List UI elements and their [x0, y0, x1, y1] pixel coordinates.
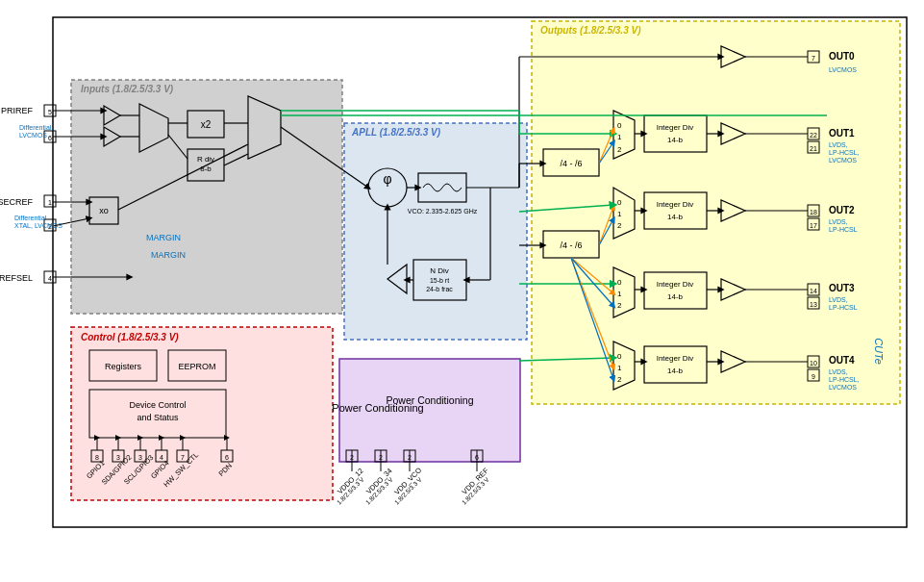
- svg-text:XTAL, LVCMOS: XTAL, LVCMOS: [14, 222, 62, 229]
- svg-text:Integer Div: Integer Div: [657, 280, 694, 289]
- svg-text:7: 7: [812, 55, 815, 62]
- svg-text:/4 - /6: /4 - /6: [560, 240, 582, 250]
- svg-text:N Div: N Div: [430, 266, 449, 275]
- svg-text:LVCMOS: LVCMOS: [19, 132, 47, 139]
- svg-text:LVDS,: LVDS,: [829, 296, 848, 303]
- svg-text:Outputs (1.8/2.5/3.3 V): Outputs (1.8/2.5/3.3 V): [540, 25, 641, 36]
- svg-text:MARGIN: MARGIN: [151, 250, 186, 260]
- svg-text:OUT2: OUT2: [829, 205, 855, 215]
- svg-text:Control (1.8/2.5/3.3 V): Control (1.8/2.5/3.3 V): [81, 332, 179, 342]
- svg-text:EEPROM: EEPROM: [178, 362, 215, 371]
- svg-text:CUTe: CUTe: [873, 338, 885, 365]
- svg-text:PRIREF: PRIREF: [1, 106, 34, 115]
- svg-text:SECREF: SECREF: [0, 197, 33, 207]
- svg-text:2: 2: [617, 301, 622, 310]
- svg-text:LVDS,: LVDS,: [829, 368, 848, 375]
- svg-text:13: 13: [810, 301, 817, 308]
- svg-text:1: 1: [617, 290, 622, 298]
- svg-rect-5: [344, 123, 527, 340]
- svg-text:OUT0: OUT0: [829, 51, 855, 62]
- svg-text:0: 0: [617, 121, 622, 130]
- svg-text:0: 0: [617, 278, 622, 287]
- svg-text:22: 22: [810, 132, 817, 139]
- svg-text:Registers: Registers: [105, 362, 142, 371]
- svg-text:LP-HCSL,: LP-HCSL,: [829, 149, 860, 156]
- svg-text:14-b: 14-b: [667, 213, 684, 221]
- svg-text:14-b: 14-b: [667, 136, 684, 144]
- svg-text:LVCMOS: LVCMOS: [829, 384, 857, 391]
- svg-text:xo: xo: [99, 206, 109, 215]
- svg-text:9: 9: [812, 373, 815, 380]
- svg-text:24-b frac: 24-b frac: [426, 286, 453, 292]
- svg-text:APLL (1.8/2.5/3.3 V): APLL (1.8/2.5/3.3 V): [351, 127, 441, 138]
- svg-text:6: 6: [48, 135, 52, 141]
- svg-text:Power Conditioning: Power Conditioning: [386, 394, 473, 406]
- svg-text:Integer Div: Integer Div: [657, 200, 694, 209]
- svg-text:2: 2: [617, 145, 622, 154]
- diagram-container: Outputs (1.8/2.5/3.3 V) Inputs (1.8/2.5/…: [0, 0, 924, 582]
- svg-text:LVCMOS: LVCMOS: [829, 157, 857, 164]
- svg-text:OUT1: OUT1: [829, 128, 855, 139]
- svg-text:OUT3: OUT3: [829, 283, 855, 293]
- svg-text:1: 1: [48, 199, 52, 206]
- svg-text:Integer Div: Integer Div: [657, 123, 694, 132]
- svg-text:6: 6: [225, 454, 229, 461]
- svg-text:2: 2: [617, 375, 622, 384]
- svg-text:14-b: 14-b: [667, 367, 684, 375]
- svg-text:2: 2: [617, 221, 622, 230]
- svg-text:x2: x2: [201, 119, 212, 130]
- svg-text:0: 0: [617, 198, 622, 207]
- svg-text:/4 - /6: /4 - /6: [560, 159, 582, 168]
- svg-text:21: 21: [810, 145, 817, 152]
- svg-text:LP-HCSL: LP-HCSL: [829, 226, 858, 233]
- svg-text:10: 10: [810, 360, 817, 367]
- svg-text:and Status: and Status: [137, 413, 179, 422]
- svg-text:0: 0: [617, 352, 622, 361]
- svg-text:1: 1: [617, 133, 622, 141]
- svg-text:Device Control: Device Control: [129, 400, 186, 410]
- svg-text:Integer Div: Integer Div: [657, 354, 694, 363]
- svg-text:17: 17: [810, 222, 817, 229]
- svg-text:1: 1: [617, 364, 622, 372]
- svg-text:5: 5: [48, 109, 52, 115]
- svg-text:4: 4: [48, 275, 52, 282]
- svg-text:LVDS,: LVDS,: [829, 218, 848, 225]
- svg-text:Inputs (1.8/2.5/3.3 V): Inputs (1.8/2.5/3.3 V): [81, 84, 174, 94]
- svg-text:LP-HCSL,: LP-HCSL,: [829, 376, 860, 383]
- svg-text:14-b: 14-b: [667, 292, 684, 301]
- svg-text:VCO: 2.335-2.625 GHz: VCO: 2.335-2.625 GHz: [408, 208, 478, 215]
- main-diagram: Outputs (1.8/2.5/3.3 V) Inputs (1.8/2.5/…: [0, 0, 924, 582]
- svg-text:14: 14: [810, 288, 817, 294]
- svg-text:MARGIN: MARGIN: [146, 233, 181, 242]
- svg-text:Differential,: Differential,: [19, 124, 53, 131]
- svg-text:1: 1: [617, 210, 622, 218]
- svg-text:15-b rt: 15-b rt: [430, 277, 449, 284]
- svg-text:LVCMOS: LVCMOS: [829, 66, 857, 73]
- svg-text:Differential: Differential: [14, 215, 47, 221]
- svg-text:OUT4: OUT4: [829, 355, 855, 366]
- svg-text:LP-HCSL: LP-HCSL: [829, 304, 858, 311]
- svg-text:18: 18: [810, 209, 817, 215]
- svg-text:LVDS,: LVDS,: [829, 141, 848, 148]
- svg-text:φ: φ: [383, 171, 391, 187]
- svg-text:REFSEL: REFSEL: [0, 273, 33, 283]
